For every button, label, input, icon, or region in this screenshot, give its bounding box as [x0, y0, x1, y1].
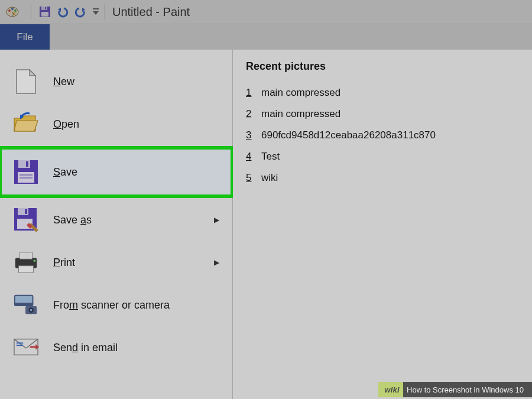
recent-name: main compressed	[261, 87, 340, 99]
chevron-right-icon: ▶	[214, 216, 219, 224]
menu-item-open[interactable]: Open	[0, 103, 232, 145]
recent-panel: Recent pictures 1 main compressed 2 main…	[233, 50, 532, 399]
menu-label-print: Print	[53, 257, 75, 269]
menu-item-save[interactable]: Save	[0, 148, 232, 196]
menu-label-save-as: Save as	[53, 214, 92, 226]
menu-label-open: Open	[53, 118, 79, 131]
svg-rect-12	[26, 161, 28, 167]
menu-item-new[interactable]: New	[0, 60, 232, 103]
recent-name: main compressed	[261, 108, 340, 120]
menu-label-scanner: From scanner or camera	[53, 299, 170, 312]
svg-point-1	[8, 9, 11, 12]
email-icon	[13, 335, 39, 361]
scanner-camera-icon	[13, 292, 39, 318]
svg-rect-21	[20, 252, 32, 259]
svg-point-23	[33, 259, 35, 262]
file-tab[interactable]: File	[0, 24, 50, 50]
svg-rect-31	[17, 345, 23, 346]
qat-undo-button[interactable]	[55, 4, 70, 20]
floppy-save-as-icon	[13, 207, 39, 233]
floppy-save-icon	[13, 159, 39, 185]
svg-rect-15	[20, 177, 33, 179]
file-menu-left: New Open	[0, 50, 233, 399]
caption-source: wiki	[378, 382, 403, 397]
paint-app-icon[interactable]	[5, 4, 20, 20]
svg-rect-22	[19, 266, 34, 273]
qat-save-button[interactable]	[37, 4, 53, 20]
title-bar: Untitled - Paint	[0, 0, 532, 24]
chevron-right-icon: ▶	[214, 258, 219, 267]
file-menu-panel: New Open	[0, 50, 532, 399]
menu-item-print[interactable]: Print ▶	[0, 241, 232, 284]
svg-point-28	[30, 309, 33, 312]
menu-label-email: Send in email	[53, 342, 118, 354]
file-tab-label: File	[17, 31, 33, 43]
caption-bar: wiki How to Screenshot in Windows 10	[378, 382, 532, 397]
recent-num: 4	[246, 151, 253, 163]
recent-item[interactable]: 3 690fcd9458d12ceabaa26208a311c870	[246, 125, 519, 146]
recent-name: 690fcd9458d12ceabaa26208a311c870	[261, 129, 436, 141]
printer-icon	[13, 249, 39, 275]
menu-item-save-as[interactable]: Save as ▶	[0, 199, 232, 241]
title-separator	[105, 4, 105, 20]
svg-rect-7	[41, 12, 48, 17]
recent-name: wiki	[261, 172, 278, 184]
qat-customize-button[interactable]	[90, 4, 101, 20]
document-title: Untitled - Paint	[112, 5, 190, 19]
svg-rect-6	[41, 7, 47, 10]
recent-item[interactable]: 5 wiki	[246, 167, 519, 189]
recent-header: Recent pictures	[246, 60, 519, 73]
svg-rect-25	[15, 296, 33, 303]
recent-item[interactable]: 4 Test	[246, 146, 519, 167]
redo-icon	[74, 5, 87, 18]
svg-rect-30	[17, 342, 23, 343]
recent-num: 3	[246, 129, 253, 141]
recent-num: 2	[246, 108, 253, 120]
recent-name: Test	[261, 151, 280, 163]
svg-point-3	[14, 9, 17, 12]
menu-item-scanner[interactable]: From scanner or camera	[0, 284, 232, 326]
recent-num: 5	[246, 172, 253, 184]
svg-rect-14	[20, 174, 33, 176]
svg-rect-9	[93, 8, 99, 9]
svg-point-2	[11, 8, 14, 10]
svg-rect-8	[45, 7, 46, 9]
caption-title: How to Screenshot in Windows 10	[403, 382, 532, 397]
new-document-icon	[13, 69, 39, 95]
qat-separator	[31, 5, 31, 19]
qat-redo-button[interactable]	[73, 4, 88, 20]
svg-rect-18	[25, 209, 27, 214]
open-folder-icon	[13, 111, 39, 137]
menu-label-new: New	[53, 76, 74, 88]
floppy-icon	[39, 6, 51, 18]
dropdown-icon	[92, 8, 99, 16]
recent-item[interactable]: 2 main compressed	[246, 103, 519, 125]
recent-num: 1	[246, 87, 253, 99]
menu-item-email[interactable]: Send in email	[0, 326, 232, 369]
recent-item[interactable]: 1 main compressed	[246, 82, 519, 103]
ribbon-tabs: File	[0, 24, 532, 50]
menu-label-save: Save	[53, 166, 77, 179]
undo-icon	[56, 5, 69, 18]
